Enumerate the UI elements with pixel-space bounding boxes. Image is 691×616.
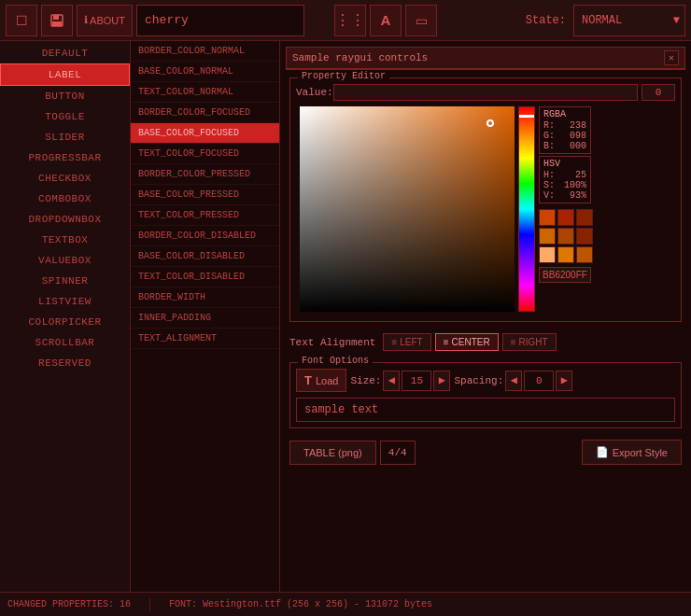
value-slider[interactable] [333,84,638,101]
font-load-button[interactable]: T Load [296,369,346,392]
sidebar-item-progressbar[interactable]: PROGRESSBAR [0,147,130,168]
align-left-button[interactable]: ≡ LEFT [383,333,430,351]
align-right-button[interactable]: ≡ RIGHT [502,333,557,351]
style-name-input[interactable] [136,5,304,36]
prop-item-base-color-normal[interactable]: BASE_COLOR_NORMAL [131,62,279,82]
grid-button[interactable]: ⋮⋮ [334,5,366,36]
rgba-g-label: G: [543,131,555,141]
window-close-button[interactable]: ✕ [664,50,679,65]
size-label: Size: [350,375,381,386]
prop-item-border-color-normal[interactable]: BORDER_COLOR_NORMAL [131,41,279,62]
prop-item-border-width[interactable]: BORDER_WIDTH [131,287,279,308]
spacing-increase-button[interactable]: ▶ [556,371,572,391]
window-titlebar: Sample raygui controls ✕ [287,48,684,69]
color-swatch-6[interactable] [539,246,556,263]
rgba-b-row: B: 000 [543,141,586,151]
sidebar-item-label[interactable]: LABEL [0,63,130,86]
color-swatch-7[interactable] [557,246,574,263]
sidebar-item-combobox[interactable]: COMBOBOX [0,189,130,209]
font-button[interactable]: A [370,5,402,36]
prop-item-border-color-pressed[interactable]: BORDER_COLOR_PRESSED [131,164,279,185]
sidebar-item-textbox[interactable]: TEXTBOX [0,230,130,250]
about-button[interactable]: ℹ ABOUT [77,5,133,36]
font-load-label: Load [316,375,338,386]
sidebar-item-checkbox[interactable]: CHECKBOX [0,168,130,189]
sidebar-item-colorpicker[interactable]: COLORPICKER [0,312,130,332]
svg-rect-1 [53,15,59,20]
prop-item-base-color-focused[interactable]: BASE_COLOR_FOCUSED [131,123,279,144]
rgba-title: RGBA [543,109,586,119]
font-info-text: FONT: Westington.ttf (256 x 256) - 13107… [169,599,432,609]
align-right-icon: ≡ [511,337,516,347]
hsv-v-row: V: 93% [543,190,586,201]
table-button[interactable]: TABLE (png) [289,441,376,465]
export-style-button[interactable]: 📄 Export Style [582,440,682,465]
window-title: Sample raygui controls [292,52,428,63]
view-button[interactable]: ▭ [405,5,437,36]
changed-properties-text: CHANGED PROPERTIES: 16 [7,599,131,609]
prop-item-base-color-disabled[interactable]: BASE_COLOR_DISABLED [131,246,279,267]
hsv-v-value: 93% [570,190,586,201]
property-editor-label: Property Editor [298,71,389,81]
sidebar-item-dropdownbox[interactable]: DROPDOWNBOX [0,209,130,230]
prop-item-text-alignment[interactable]: TEXT_ALIGNMENT [131,329,279,349]
color-swatch-3[interactable] [539,228,556,245]
prop-item-inner-padding[interactable]: INNER_PADDING [131,308,279,329]
size-increase-button[interactable]: ▶ [433,371,450,391]
state-select[interactable]: NORMAL FOCUSED PRESSED DISABLED [573,5,685,36]
rgba-g-row: G: 098 [543,131,586,141]
hsv-s-row: S: 100% [543,180,586,190]
sidebar-item-slider[interactable]: SLIDER [0,127,130,147]
table-label: TABLE (png) [303,447,362,458]
align-center-button[interactable]: ≡ CENTER [435,333,499,351]
state-label: State: [526,14,566,27]
hsv-title: HSV [543,159,586,169]
spacing-decrease-button[interactable]: ◀ [505,371,522,391]
color-swatch-1[interactable] [557,209,574,226]
prop-item-base-color-pressed[interactable]: BASE_COLOR_PRESSED [131,185,279,205]
sidebar-item-listview[interactable]: LISTVIEW [0,291,130,312]
prop-item-border-color-focused[interactable]: BORDER_COLOR_FOCUSED [131,103,279,123]
rgba-r-label: R: [543,120,555,131]
size-decrease-button[interactable]: ◀ [383,371,400,391]
sidebar-item-button[interactable]: BUTTON [0,86,130,106]
color-swatch-0[interactable] [539,209,556,226]
font-row: T Load Size: ◀ 15 ▶ Spacing: ◀ 0 ▶ [296,369,675,392]
prop-item-text-color-normal[interactable]: TEXT_COLOR_NORMAL [131,82,279,103]
hex-input[interactable] [539,267,591,283]
color-swatch-4[interactable] [557,228,574,245]
color-gradient[interactable] [300,106,515,312]
hsv-v-label: V: [543,190,555,201]
sidebar-item-scrollbar[interactable]: SCROLLBAR [0,332,130,353]
sidebar-item-spinner[interactable]: SPINNER [0,271,130,291]
color-swatch-5[interactable] [576,228,593,245]
sidebar-item-reserved[interactable]: RESERVED [0,353,130,373]
hue-bar[interactable] [518,106,535,312]
sidebar-item-default[interactable]: DEFAULT [0,43,130,63]
sidebar-item-valuebox[interactable]: VALUEBOX [0,250,130,271]
prop-item-text-color-pressed[interactable]: TEXT_COLOR_PRESSED [131,205,279,226]
spacing-label: Spacing: [454,375,503,386]
prop-item-text-color-disabled[interactable]: TEXT_COLOR_DISABLED [131,267,279,287]
prop-item-text-color-focused[interactable]: TEXT_COLOR_FOCUSED [131,144,279,164]
align-left-label: LEFT [400,337,422,347]
rgba-r-row: R: 238 [543,120,586,131]
hsv-h-row: H: 25 [543,170,586,180]
value-number[interactable]: 0 [642,84,675,101]
prop-item-border-color-disabled[interactable]: BORDER_COLOR_DISABLED [131,226,279,246]
color-swatch-2[interactable] [576,209,593,226]
hsv-h-label: H: [543,170,555,180]
rgba-box: RGBA R: 238 G: 098 B: 000 [539,106,591,154]
export-icon: 📄 [596,446,609,458]
hsv-s-label: S: [543,180,555,190]
font-size-control: Size: ◀ 15 ▶ [350,371,450,391]
sidebar-item-toggle[interactable]: TOGGLE [0,106,130,127]
state-selector[interactable]: NORMAL FOCUSED PRESSED DISABLED ▼ [573,5,685,36]
rgba-b-label: B: [543,141,555,151]
rgba-b-value: 000 [570,141,586,151]
color-swatch-8[interactable] [576,246,593,263]
sample-text-box[interactable]: sample text [296,398,675,422]
new-button[interactable]: ☐ [6,5,37,36]
save-button[interactable] [41,5,73,36]
sample-window: Sample raygui controls ✕ [286,47,685,70]
